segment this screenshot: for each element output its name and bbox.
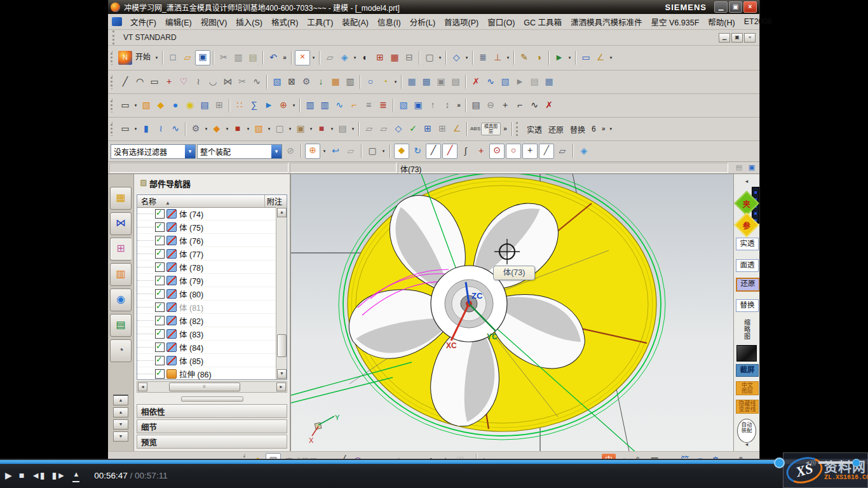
accordion-section[interactable]: 相依性 [137,404,287,418]
scroll-top[interactable]: ▲ [113,395,128,405]
end-point-snap[interactable]: ╱ [426,144,441,159]
view-caret[interactable]: ▾ [352,51,358,65]
menu-item[interactable]: 信息(I) [373,15,405,29]
visibility-checkbox[interactable] [155,262,165,272]
measure-caret[interactable]: ▾ [608,51,614,65]
validate-check[interactable]: ✓ [406,122,420,136]
s-pipe[interactable]: ∿ [168,122,182,136]
center-snap[interactable]: ⊙ [489,144,505,159]
revolve-caret[interactable]: ▾ [393,75,398,89]
screenshot-button[interactable]: 截屏 [736,364,759,377]
hidden-edge-view[interactable]: ⊟ [402,51,416,65]
menu-item[interactable]: 格式(R) [267,15,302,29]
group-cubes[interactable]: ▧ [397,98,410,112]
project-curve[interactable]: ↓ [314,75,328,89]
menu-item[interactable]: 首选项(P) [440,15,483,29]
gear-feature[interactable]: ⚙ [299,75,313,89]
bg-caret[interactable]: ▾ [437,51,443,65]
existing-point-snap[interactable]: + [522,144,538,159]
shaded-view[interactable]: ◐ [358,51,372,65]
visibility-checkbox[interactable] [155,342,165,352]
angle-ruler[interactable]: ∠ [450,122,464,136]
auto-assembly-button[interactable]: 自动装配 [737,419,756,443]
trim-curve[interactable]: ✂ [235,75,249,89]
assembly-navigator[interactable]: ▦ [110,187,132,210]
cube-tan[interactable]: ▣ [294,122,308,136]
cube-gray[interactable]: ▢ [273,122,287,136]
reuse-library[interactable]: ▥ [110,263,132,286]
eject[interactable]: ▲ [72,468,79,482]
tree-row[interactable]: 体 (79) [137,274,276,287]
background-style[interactable]: ▢ [423,51,437,65]
divide-curve[interactable]: ∿ [250,75,264,89]
display-mode-button[interactable]: 还原 [545,123,567,136]
display-mode-button[interactable]: 实透 [524,123,545,136]
next[interactable]: ▮► [52,466,66,484]
co-caret[interactable]: ▾ [266,122,272,136]
ct-caret[interactable]: ▾ [308,122,314,136]
cylinders[interactable]: ▮ [139,122,153,136]
tray-a[interactable]: ▱ [362,122,376,136]
disc-yellow[interactable]: ◉ [183,98,197,112]
face-transparent-button[interactable]: 面透 [736,259,759,272]
history[interactable]: ▤ [110,314,132,337]
scroll-down-icon[interactable]: ▼ [277,369,287,379]
restore-button[interactable]: ▣ [729,1,742,13]
clamp-diamond-button[interactable]: 夹 [736,194,757,212]
measure-distance[interactable]: ▭ [579,51,593,65]
thumbnail-label[interactable]: 缩略图 [742,315,752,343]
edit-display[interactable]: ✎ [517,51,531,65]
line[interactable]: ╱ [118,75,132,89]
gear-caret[interactable]: ▾ [203,122,209,136]
spline-2[interactable]: ∿ [527,98,541,112]
collapse-arrow-icon[interactable]: ◂ [736,441,757,447]
sheet-body[interactable]: ▣ [434,75,448,89]
scroll-up-icon[interactable]: ▲ [277,208,287,217]
visibility-checkbox[interactable] [155,302,165,312]
name-column-header[interactable]: 名称▲ [137,195,265,207]
visibility-checkbox[interactable] [155,276,165,285]
offset-curve[interactable]: ≀ [191,75,205,89]
thumbnail-image[interactable] [736,345,757,362]
crop-caret[interactable]: ▾ [133,122,139,136]
chinese-layer-button[interactable]: 中文图层 [736,381,759,395]
expressions[interactable]: ∑ [247,98,261,112]
tool-gear[interactable]: ⚙ [189,122,203,136]
speaker-icon[interactable]: ◄))) [804,459,816,466]
menu-item[interactable]: 装配(A) [337,15,373,29]
minimize-button[interactable]: ▁ [714,1,728,13]
scroll-right-icon[interactable]: ► [276,383,286,391]
cube-orange[interactable]: ▧ [252,122,266,136]
cube-red-2[interactable]: ■ [315,122,329,136]
wcs-dynamics[interactable]: ⊥ [491,51,505,65]
point-constructor[interactable]: ⊕ [276,98,290,112]
crop-tool[interactable]: ▭ [118,122,132,136]
snap-enable[interactable]: ◆ [394,144,409,159]
tray-b[interactable]: ▱ [377,122,391,136]
start-caret[interactable]: ▾ [154,51,159,65]
diamond-orange[interactable]: ◆ [210,122,224,136]
scrollbar-thumb[interactable] [277,334,287,357]
tree-row[interactable]: 体 (83) [137,327,276,341]
abs-button[interactable]: ABS [470,122,480,136]
menu-item[interactable]: 文件(F) [126,15,161,29]
sphere-blue[interactable]: ● [168,98,182,112]
visibility-checkbox[interactable] [155,222,165,232]
snap-caret[interactable]: ▾ [322,144,327,158]
mid-point-snap[interactable]: ╱ [442,144,458,159]
face-snap[interactable]: ▱ [555,144,569,158]
patch-body[interactable]: ▧ [498,75,512,89]
menu-item[interactable]: 视图(V) [196,15,232,29]
hidden-line-dashed-button[interactable]: 隐藏线变虚线 [736,400,759,414]
solid-cube[interactable]: ◈ [577,144,591,158]
selection-filter-select[interactable]: 没有选择过滤器 ▾ [111,144,196,159]
selection-scope-select[interactable]: 整个装配 ▾ [197,144,282,159]
intersection-snap[interactable]: + [474,144,488,158]
menu-item[interactable]: 帮助(H) [703,15,739,29]
chevron-down-icon[interactable]: ▾ [271,145,281,158]
tree-row[interactable]: 体 (82) [137,314,276,327]
scroll-up[interactable]: ▲ [113,407,128,417]
scrollbar-thumb[interactable]: ≡ [169,383,240,391]
tree-row[interactable]: 体 (74) [137,207,276,220]
display-mode-button[interactable]: 6 [588,123,599,135]
